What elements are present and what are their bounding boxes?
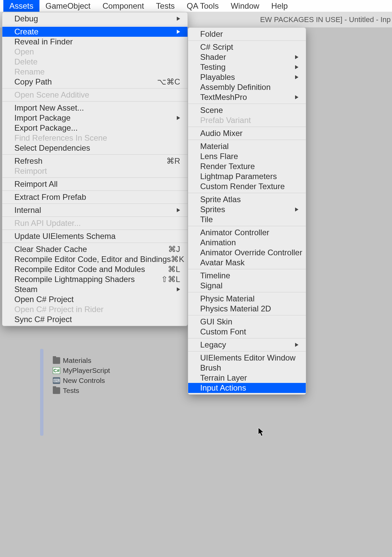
create-menu-item-legacy[interactable]: Legacy: [188, 340, 306, 350]
create-menu-item-folder[interactable]: Folder: [188, 29, 306, 39]
menu-item-label: Physics Material 2D: [200, 304, 298, 313]
create-menu-item-sprites[interactable]: Sprites: [188, 204, 306, 215]
assets-menu-item-export-package[interactable]: Export Package...: [2, 123, 187, 133]
create-menu-item-terrain-layer[interactable]: Terrain Layer: [188, 373, 306, 383]
menu-item-label: Brush: [200, 363, 298, 373]
menu-separator: [2, 101, 187, 102]
project-item-label: Tests: [63, 387, 79, 395]
project-item-label: MyPlayerScript: [63, 367, 110, 375]
menu-item-label: Render Texture: [200, 162, 298, 171]
assets-menu-item-reveal-in-finder[interactable]: Reveal in Finder: [2, 37, 187, 47]
assets-menu-item-run-api-updater: Run API Updater...: [2, 218, 187, 228]
create-menu-item-brush[interactable]: Brush: [188, 363, 306, 373]
create-menu-item-lens-flare[interactable]: Lens Flare: [188, 151, 306, 161]
create-menu-item-scene[interactable]: Scene: [188, 105, 306, 115]
create-menu-item-gui-skin[interactable]: GUI Skin: [188, 317, 306, 327]
create-menu-item-input-actions[interactable]: Input Actions: [188, 383, 306, 393]
create-menu-item-assembly-definition[interactable]: Assembly Definition: [188, 82, 306, 92]
menubar-item-qa-tools[interactable]: QA Tools: [181, 0, 225, 12]
menu-item-label: GUI Skin: [200, 317, 298, 326]
submenu-arrow-icon: [175, 116, 180, 120]
menu-item-shortcut: ⌘L: [168, 265, 180, 274]
project-item-new-controls[interactable]: ⌨New Controls: [39, 376, 173, 386]
create-menu-item-avatar-mask[interactable]: Avatar Mask: [188, 258, 306, 268]
assets-menu-item-import-package[interactable]: Import Package: [2, 113, 187, 123]
assets-menu-item-copy-path[interactable]: Copy Path⌥⌘C: [2, 77, 187, 87]
project-item-materials[interactable]: Materials: [39, 356, 173, 366]
project-item-tests[interactable]: Tests: [39, 386, 173, 396]
input-actions-icon: ⌨: [53, 377, 60, 384]
create-menu-item-custom-font[interactable]: Custom Font: [188, 327, 306, 337]
assets-menu-item-sync-c-project[interactable]: Sync C# Project: [2, 314, 187, 324]
create-menu-item-signal[interactable]: Signal: [188, 281, 306, 291]
menu-separator: [2, 88, 187, 89]
menubar: AssetsGameObjectComponentTestsQA ToolsWi…: [0, 0, 392, 12]
submenu-arrow-icon: [294, 95, 298, 99]
assets-menu-item-debug[interactable]: Debug: [2, 14, 187, 24]
create-menu-item-tile[interactable]: Tile: [188, 215, 306, 225]
create-menu-item-physics-material-2d[interactable]: Physics Material 2D: [188, 304, 306, 314]
create-menu-item-textmeshpro[interactable]: TextMeshPro: [188, 92, 306, 102]
menubar-item-component[interactable]: Component: [97, 0, 150, 12]
create-menu-item-lightmap-parameters[interactable]: Lightmap Parameters: [188, 171, 306, 181]
assets-menu-item-steam[interactable]: Steam: [2, 284, 187, 294]
menu-item-label: Select Dependencies: [14, 143, 180, 153]
menu-item-label: Copy Path: [14, 77, 157, 87]
create-menu-item-testing[interactable]: Testing: [188, 62, 306, 72]
menu-separator: [2, 25, 187, 25]
assets-menu-item-refresh[interactable]: Refresh⌘R: [2, 156, 187, 166]
create-menu-item-audio-mixer[interactable]: Audio Mixer: [188, 128, 306, 138]
assets-menu-item-recompile-editor-code-editor-and-bindings[interactable]: Recompile Editor Code, Editor and Bindin…: [2, 254, 187, 264]
menu-separator: [2, 230, 187, 230]
create-menu-item-animator-controller[interactable]: Animator Controller: [188, 228, 306, 238]
assets-menu-item-create[interactable]: Create: [2, 27, 187, 37]
create-menu-item-material[interactable]: Material: [188, 141, 306, 151]
menu-separator: [2, 154, 187, 155]
create-menu-item-shader[interactable]: Shader: [188, 52, 306, 62]
menu-item-label: Animation: [200, 238, 298, 247]
assets-menu-item-reimport-all[interactable]: Reimport All: [2, 179, 187, 189]
create-menu-item-render-texture[interactable]: Render Texture: [188, 161, 306, 171]
assets-menu-item-recompile-editor-code-and-modules[interactable]: Recompile Editor Code and Modules⌘L: [2, 264, 187, 274]
menu-separator: [2, 177, 187, 178]
create-menu-item-playables[interactable]: Playables: [188, 72, 306, 82]
create-menu-item-animation[interactable]: Animation: [188, 238, 306, 248]
assets-menu-item-select-dependencies[interactable]: Select Dependencies: [2, 143, 187, 153]
project-item-myplayerscript[interactable]: C#MyPlayerScript: [39, 366, 173, 376]
assets-menu-item-extract-from-prefab[interactable]: Extract From Prefab: [2, 192, 187, 202]
menu-item-label: Open C# Project in Rider: [14, 305, 180, 314]
menu-item-label: Import New Asset...: [14, 103, 180, 113]
assets-menu-item-open-c-project[interactable]: Open C# Project: [2, 294, 187, 304]
create-menu-item-prefab-variant: Prefab Variant: [188, 115, 306, 125]
menu-item-label: Extract From Prefab: [14, 192, 180, 202]
create-menu-item-sprite-atlas[interactable]: Sprite Atlas: [188, 194, 306, 204]
create-menu-item-timeline[interactable]: Timeline: [188, 271, 306, 281]
menu-separator: [188, 269, 306, 269]
menubar-item-help[interactable]: Help: [265, 0, 294, 12]
menu-separator: [188, 140, 306, 140]
menu-item-label: Folder: [200, 29, 298, 39]
menubar-item-gameobject[interactable]: GameObject: [39, 0, 97, 12]
create-menu-item-physic-material[interactable]: Physic Material: [188, 294, 306, 304]
create-menu-item-uielements-editor-window[interactable]: UIElements Editor Window: [188, 353, 306, 363]
menu-separator: [2, 190, 187, 191]
menu-item-label: Shader: [200, 52, 294, 62]
menu-item-label: Signal: [200, 281, 298, 290]
menu-item-label: Reimport: [14, 166, 180, 176]
menubar-item-window[interactable]: Window: [225, 0, 265, 12]
menubar-item-tests[interactable]: Tests: [150, 0, 181, 12]
assets-menu-item-internal[interactable]: Internal: [2, 205, 187, 215]
assets-menu-item-clear-shader-cache[interactable]: Clear Shader Cache⌘J: [2, 244, 187, 254]
project-scrollbar[interactable]: [40, 349, 43, 436]
create-menu-item-c-script[interactable]: C# Script: [188, 42, 306, 52]
assets-menu-item-recompile-lightmapping-shaders[interactable]: Recompile Lightmapping Shaders⇧⌘L: [2, 274, 187, 284]
assets-menu-item-import-new-asset[interactable]: Import New Asset...: [2, 103, 187, 113]
assets-menu-item-update-uielements-schema[interactable]: Update UIElements Schema: [2, 231, 187, 241]
menubar-item-assets[interactable]: Assets: [3, 0, 39, 12]
create-menu-item-animator-override-controller[interactable]: Animator Override Controller: [188, 248, 306, 258]
menu-item-label: Custom Render Texture: [200, 182, 298, 191]
menu-item-label: Delete: [14, 57, 180, 66]
submenu-arrow-icon: [294, 75, 298, 79]
create-menu-item-custom-render-texture[interactable]: Custom Render Texture: [188, 181, 306, 191]
submenu-arrow-icon: [294, 55, 298, 59]
